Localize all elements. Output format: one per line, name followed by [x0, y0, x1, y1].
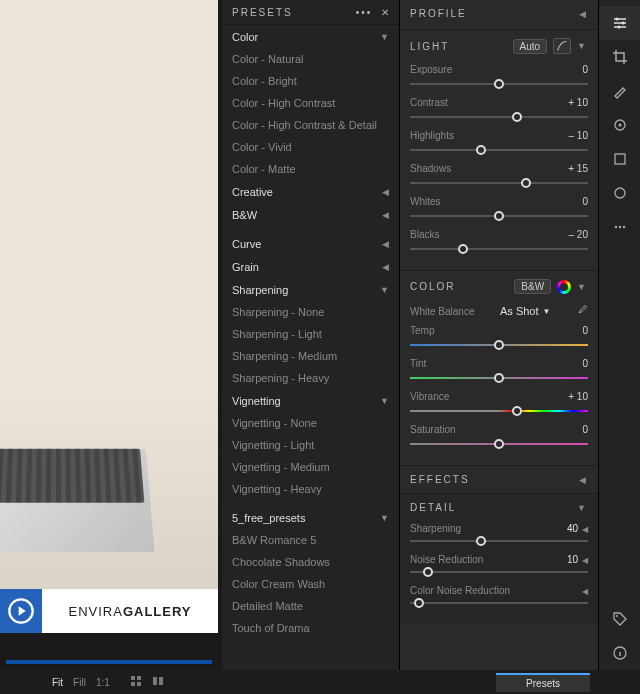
presets-panel: PRESETS ••• ✕ Color▼Color - NaturalColor… [222, 0, 400, 694]
canvas-area: ENVIRAGALLERY [0, 0, 222, 694]
preset-item[interactable]: Color - Vivid [222, 136, 399, 158]
slider-track[interactable] [410, 437, 588, 451]
preset-group[interactable]: Vignetting▼ [222, 389, 399, 412]
preset-item[interactable]: Color Cream Wash [222, 573, 399, 595]
healing-brush-icon[interactable] [599, 74, 641, 108]
slider-track[interactable] [410, 110, 588, 124]
preset-item[interactable]: Touch of Drama [222, 617, 399, 639]
slider-knob[interactable] [494, 373, 504, 383]
image-preview[interactable]: ENVIRAGALLERY [0, 0, 218, 633]
preset-item[interactable]: Color - High Contrast [222, 92, 399, 114]
preset-item[interactable]: Chocolate Shadows [222, 551, 399, 573]
slider-track[interactable] [410, 596, 588, 610]
preset-item[interactable]: Vignetting - None [222, 412, 399, 434]
slider-knob[interactable] [494, 211, 504, 221]
auto-button[interactable]: Auto [513, 39, 548, 54]
more-icon[interactable]: ••• [356, 7, 373, 18]
chevron-down-icon[interactable]: ▼ [577, 41, 588, 51]
info-icon[interactable] [599, 636, 641, 670]
preset-item[interactable]: B&W Romance 5 [222, 529, 399, 551]
wb-dropdown[interactable]: As Shot▼ [500, 305, 550, 317]
light-title: LIGHT [410, 41, 449, 52]
preset-item[interactable]: Detailed Matte [222, 595, 399, 617]
eyedropper-icon[interactable] [576, 304, 588, 318]
tag-icon[interactable] [599, 602, 641, 636]
slider-knob[interactable] [494, 79, 504, 89]
preset-item[interactable]: Vignetting - Medium [222, 456, 399, 478]
close-icon[interactable]: ✕ [381, 7, 391, 18]
preset-item[interactable]: Vignetting - Light [222, 434, 399, 456]
preset-item[interactable]: Color - High Contrast & Detail [222, 114, 399, 136]
preset-item[interactable]: Sharpening - None [222, 301, 399, 323]
chevron-left-icon[interactable]: ◀ [582, 556, 588, 565]
presets-button[interactable]: Presets [496, 673, 590, 692]
slider-track[interactable] [410, 143, 588, 157]
svg-rect-6 [615, 154, 625, 164]
slider-track[interactable] [410, 371, 588, 385]
chevron-left-icon: ◀ [382, 210, 389, 220]
preset-item[interactable]: Vignetting - Heavy [222, 478, 399, 500]
slider-knob[interactable] [423, 567, 433, 577]
slider-track[interactable] [410, 565, 588, 579]
chevron-down-icon[interactable]: ▼ [577, 282, 588, 292]
crop-icon[interactable] [599, 40, 641, 74]
svg-point-2 [621, 22, 624, 25]
compare-icon[interactable] [152, 675, 164, 689]
preset-item[interactable]: Sharpening - Heavy [222, 367, 399, 389]
color-section: COLOR B&W ▼ White Balance As Shot▼ Temp0 [400, 271, 598, 466]
slider-shadows: Shadows+ 15 [410, 163, 588, 190]
bw-button[interactable]: B&W [514, 279, 551, 294]
color-mixer-icon[interactable] [557, 280, 571, 294]
edit-sliders-icon[interactable] [599, 6, 641, 40]
chevron-left-icon[interactable]: ◀ [582, 525, 588, 534]
slider-knob[interactable] [414, 598, 424, 608]
slider-knob[interactable] [476, 145, 486, 155]
preset-group[interactable]: 5_free_presets▼ [222, 506, 399, 529]
preset-group[interactable]: B&W◀ [222, 203, 399, 226]
slider-knob[interactable] [476, 536, 486, 546]
slider-knob[interactable] [458, 244, 468, 254]
timeline[interactable] [6, 660, 212, 664]
linear-gradient-icon[interactable] [599, 142, 641, 176]
slider-knob[interactable] [512, 406, 522, 416]
chevron-down-icon[interactable]: ▼ [577, 503, 588, 513]
slider-track[interactable] [410, 209, 588, 223]
brush-icon[interactable] [599, 108, 641, 142]
svg-rect-17 [153, 677, 157, 685]
radial-gradient-icon[interactable] [599, 176, 641, 210]
logo-text: ENVIRAGALLERY [42, 589, 218, 633]
preset-item[interactable]: Sharpening - Medium [222, 345, 399, 367]
preset-group[interactable]: Creative◀ [222, 180, 399, 203]
preset-item[interactable]: Color - Natural [222, 48, 399, 70]
zoom-fit[interactable]: Fit [52, 677, 63, 688]
preset-group[interactable]: Sharpening▼ [222, 278, 399, 301]
slider-track[interactable] [410, 242, 588, 256]
slider-knob[interactable] [512, 112, 522, 122]
slider-track[interactable] [410, 176, 588, 190]
tone-curve-icon[interactable] [553, 38, 571, 54]
preset-group[interactable]: Grain◀ [222, 255, 399, 278]
zoom-fill[interactable]: Fill [73, 677, 86, 688]
chevron-left-icon[interactable]: ◀ [582, 587, 588, 596]
chevron-left-icon: ◀ [382, 187, 389, 197]
zoom-1-1[interactable]: 1:1 [96, 677, 110, 688]
chevron-left-icon[interactable]: ◀ [579, 9, 588, 19]
preset-item[interactable]: Sharpening - Light [222, 323, 399, 345]
slider-track[interactable] [410, 534, 588, 548]
edit-panel: PROFILE ◀ LIGHT Auto ▼ Exposure0 Contras [400, 0, 598, 694]
chevron-down-icon: ▼ [380, 32, 389, 42]
chevron-left-icon[interactable]: ◀ [579, 475, 588, 485]
preset-group[interactable]: Curve◀ [222, 232, 399, 255]
preset-group[interactable]: Color▼ [222, 25, 399, 48]
slider-track[interactable] [410, 77, 588, 91]
preset-item[interactable]: Color - Bright [222, 70, 399, 92]
slider-track[interactable] [410, 404, 588, 418]
slider-track[interactable] [410, 338, 588, 352]
slider-knob[interactable] [521, 178, 531, 188]
preset-item[interactable]: Color - Matte [222, 158, 399, 180]
slider-knob[interactable] [494, 340, 504, 350]
slider-knob[interactable] [494, 439, 504, 449]
more-tools-icon[interactable] [599, 210, 641, 244]
grid-icon[interactable] [130, 675, 142, 689]
chevron-down-icon: ▼ [380, 513, 389, 523]
